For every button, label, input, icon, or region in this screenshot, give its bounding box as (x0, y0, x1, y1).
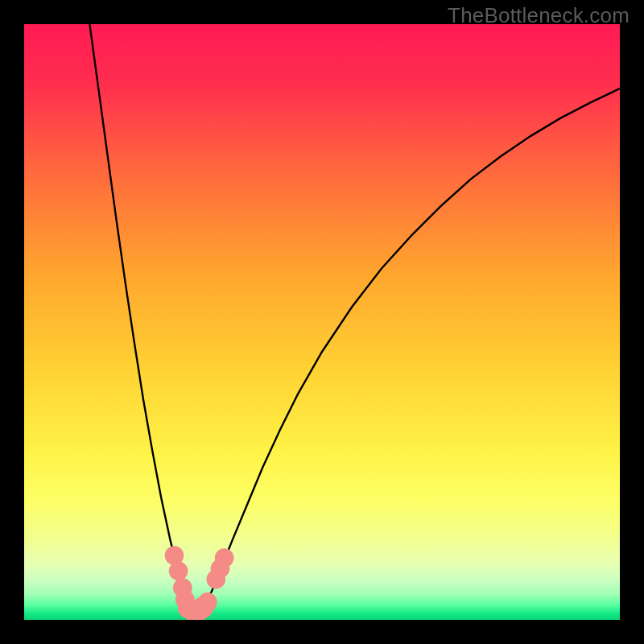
plot-area (24, 24, 620, 620)
datapoint-marker (215, 548, 234, 568)
heat-gradient-background (24, 24, 620, 620)
datapoint-marker (198, 592, 217, 612)
bottleneck-chart (24, 24, 620, 620)
datapoint-marker (169, 561, 188, 580)
outer-frame: TheBottleneck.com (0, 0, 644, 644)
